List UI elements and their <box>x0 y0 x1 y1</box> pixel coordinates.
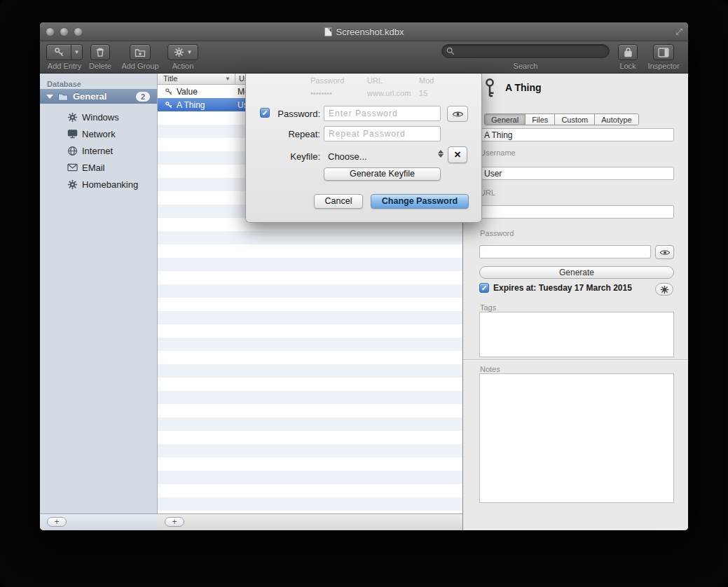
search-label: Search <box>490 62 561 70</box>
lock-button[interactable] <box>618 44 638 60</box>
delete-label: Delete <box>79 62 121 70</box>
inspector-tabs: General Files Custom Autotype <box>484 113 639 125</box>
action-dropdown-arrow: ▼ <box>187 49 193 55</box>
sidebar-header: Database <box>47 80 81 88</box>
fullscreen-icon[interactable]: ⤢ <box>675 27 682 36</box>
password-checkbox[interactable]: ✓ <box>260 108 270 118</box>
expires-row: ✓ Expires at: Tuesday 17 March 2015 <box>479 283 632 293</box>
expires-checkbox[interactable]: ✓ <box>479 283 489 293</box>
eye-icon <box>659 249 671 256</box>
new-password-input[interactable] <box>324 106 441 121</box>
username-label: Username <box>480 149 516 157</box>
keyfile-popup[interactable]: Choose... <box>328 151 367 162</box>
sort-arrow-icon: ▼ <box>225 76 231 82</box>
sidebar-group-label: General <box>73 91 107 102</box>
key-icon <box>482 78 497 99</box>
entry-title: Value <box>177 87 227 97</box>
sidebar-item-internet[interactable]: Internet <box>40 142 157 159</box>
section-divider <box>463 359 688 360</box>
key-icon <box>165 88 173 96</box>
window-title: Screenshot.kdbx <box>336 27 404 37</box>
tab-autotype[interactable]: Autotype <box>595 114 638 125</box>
username-field[interactable] <box>479 167 674 180</box>
key-icon <box>165 101 173 109</box>
desktop: Screenshot.kdbx ⤢ ▼ Add Entry Delete Add… <box>0 0 728 587</box>
tab-custom[interactable]: Custom <box>555 114 595 125</box>
ghost-modified-value: 15 <box>419 89 427 97</box>
notes-label: Notes <box>480 365 500 373</box>
inspector-label: Inspector <box>643 62 685 70</box>
sheet-password-label: Password: <box>271 109 320 119</box>
column-divider[interactable] <box>235 74 235 85</box>
sidebar-item-label: Homebanking <box>82 179 138 190</box>
trash-icon <box>95 47 105 57</box>
action-label: Action <box>162 62 204 70</box>
sidebar-item-homebanking[interactable]: Homebanking <box>40 176 157 193</box>
sidebar-item-label: Internet <box>82 146 113 156</box>
app-window: Screenshot.kdbx ⤢ ▼ Add Entry Delete Add… <box>40 22 688 530</box>
search-input[interactable] <box>455 46 605 57</box>
folder-plus-icon <box>135 48 146 57</box>
add-group-label: Add Group <box>116 62 165 70</box>
sidebar-item-network[interactable]: Network <box>40 125 157 142</box>
sidebar-group-general[interactable]: General 2 <box>40 89 157 104</box>
generate-keyfile-button[interactable]: Generate Keyfile <box>324 167 441 181</box>
globe-icon <box>67 145 78 156</box>
inspector-button[interactable] <box>653 44 674 60</box>
key-icon <box>54 47 64 57</box>
entry-title: A Thing <box>177 100 227 110</box>
change-password-sheet: Password URL Mod •••••••• www.url.com 15… <box>245 74 482 223</box>
disclosure-triangle-icon[interactable] <box>46 95 53 99</box>
change-password-button[interactable]: Change Password <box>371 194 469 209</box>
sidebar: Database General 2 Windows Network Inter… <box>40 74 158 513</box>
ghost-password-value: •••••••• <box>310 89 332 97</box>
column-header-title[interactable]: Title <box>163 74 177 83</box>
tags-input[interactable] <box>479 312 674 357</box>
tab-files[interactable]: Files <box>526 114 555 125</box>
gear-icon <box>67 179 78 190</box>
gear-icon <box>660 285 669 294</box>
display-icon <box>67 128 78 139</box>
lock-icon <box>624 47 633 57</box>
eye-icon <box>452 110 464 118</box>
add-entry-plus-button[interactable]: + <box>165 517 184 527</box>
add-group-plus-button[interactable]: + <box>47 517 67 527</box>
url-field[interactable] <box>479 205 674 219</box>
inspector-panel-icon <box>658 48 669 57</box>
reveal-password-button[interactable] <box>655 245 674 259</box>
reveal-password-button[interactable] <box>447 106 468 122</box>
sidebar-item-label: Windows <box>82 112 119 123</box>
password-field[interactable] <box>479 245 651 258</box>
add-entry-dropdown[interactable]: ▼ <box>71 44 83 60</box>
popup-stepper-icon[interactable] <box>438 150 444 158</box>
search-field[interactable] <box>441 44 610 58</box>
titlebar: Screenshot.kdbx ⤢ <box>40 22 688 41</box>
tags-label: Tags <box>480 303 496 312</box>
document-proxy-icon <box>324 27 332 36</box>
keyfile-popup-value: Choose... <box>328 151 367 162</box>
list-bottom-bar: + <box>158 513 462 530</box>
delete-button[interactable] <box>90 44 110 60</box>
ghost-url-value: www.url.com <box>367 89 411 97</box>
sidebar-item-email[interactable]: EMail <box>40 159 157 176</box>
inspector-panel: A Thing General Files Custom Autotype Us… <box>462 74 688 530</box>
expires-settings-button[interactable] <box>655 283 673 296</box>
folder-icon <box>57 92 69 102</box>
repeat-password-input[interactable] <box>324 126 441 141</box>
notes-input[interactable] <box>479 373 674 503</box>
generate-password-button[interactable]: Generate <box>479 266 674 279</box>
action-button[interactable]: ▼ <box>167 44 198 60</box>
sidebar-item-label: Network <box>82 129 116 139</box>
add-entry-button[interactable] <box>46 44 71 60</box>
tab-general[interactable]: General <box>485 114 526 125</box>
add-group-button[interactable] <box>130 44 151 60</box>
url-label: URL <box>480 188 495 197</box>
sidebar-item-label: EMail <box>82 163 105 173</box>
clear-keyfile-button[interactable]: ✕ <box>448 146 467 163</box>
group-count-badge: 2 <box>136 92 150 102</box>
envelope-icon <box>67 162 78 173</box>
title-field[interactable] <box>479 128 674 141</box>
sidebar-item-windows[interactable]: Windows <box>40 109 157 125</box>
cancel-button[interactable]: Cancel <box>314 194 363 209</box>
window-title-area: Screenshot.kdbx <box>40 22 688 41</box>
